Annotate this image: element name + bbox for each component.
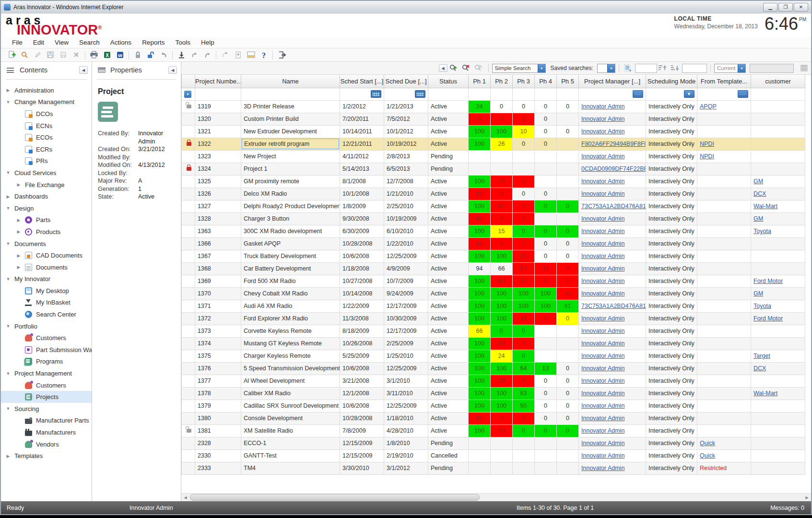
table-row[interactable]: 1372Ford Explorer XM Radio11/3/200810/30… [182, 312, 805, 325]
sidebar-collapse-button[interactable]: ◀ [79, 66, 88, 74]
sidebar-item-documents[interactable]: ▶Documents [1, 261, 92, 273]
chevron-right-icon[interactable]: ▶ [6, 88, 11, 93]
chevron-right-icon[interactable]: ▶ [6, 454, 11, 459]
sort-ascending-icon[interactable] [657, 63, 669, 73]
project-manager-link[interactable]: Innovator Admin [581, 253, 624, 259]
chevron-down-icon[interactable]: ▼ [6, 406, 11, 411]
table-row[interactable]: 1322Extruder retrofit program12/21/20111… [182, 138, 805, 150]
sidebar-item-ecos[interactable]: ECOs [1, 131, 92, 143]
delete-icon[interactable] [71, 50, 82, 60]
project-manager-link[interactable]: Innovator Admin [581, 390, 624, 397]
customer-link[interactable]: Wal-Mart [753, 390, 777, 397]
customer-link[interactable]: GM [753, 215, 763, 222]
minimize-button[interactable]: ▁ [763, 3, 777, 12]
table-row[interactable]: 1368Car Battery Development1/18/20084/9/… [182, 262, 805, 275]
sidebar-item-prs[interactable]: PRs [1, 155, 92, 167]
sidebar-item-ecns[interactable]: ECNs [1, 120, 92, 132]
restore-button[interactable]: ❐ [778, 3, 793, 12]
table-row[interactable]: 1327Delphi Roady2 Product Development1/8… [182, 200, 805, 212]
project-manager-link[interactable]: Innovator Admin [581, 240, 624, 247]
chevron-down-icon[interactable]: ▼ [6, 371, 11, 376]
project-manager-link[interactable]: Innovator Admin [581, 340, 624, 347]
save-icon[interactable] [45, 50, 56, 60]
dropdown-button[interactable]: ▼ [684, 90, 694, 98]
menu-search[interactable]: Search [74, 38, 105, 47]
sidebar-item-administration[interactable]: ▶Administration [1, 84, 92, 96]
sidebar-item-customers[interactable]: Customers [1, 332, 92, 344]
sidebar-item-templates[interactable]: ▶Templates [1, 450, 92, 462]
from-template-link[interactable]: Quick [700, 452, 715, 459]
chevron-right-icon[interactable]: ▶ [16, 253, 21, 258]
ellipsis-button[interactable]: ··· [633, 90, 643, 98]
table-row[interactable]: 1381XM Satellite Radio7/8/20094/28/2010A… [182, 424, 805, 437]
table-row[interactable]: 1375Charger Keyless Remote5/25/20091/25/… [182, 350, 805, 362]
scroll-left-icon[interactable]: ◀ [181, 494, 189, 501]
sidebar-item-cloud-services[interactable]: ▼Cloud Services [1, 167, 92, 179]
table-row[interactable]: 1379Cadillac SRX Sunroof Development10/6… [182, 400, 805, 412]
menu-view[interactable]: View [49, 38, 74, 47]
sidebar-item-file-exchange[interactable]: ▶File Exchange [1, 179, 92, 191]
table-row[interactable]: 1320Custom Printer Build7/20/20117/5/201… [182, 113, 805, 125]
project-manager-link[interactable]: Innovator Admin [581, 153, 624, 160]
project-manager-link[interactable]: Innovator Admin [581, 315, 624, 322]
export-word-icon[interactable]: W [114, 50, 126, 60]
project-manager-link[interactable]: 73C753A1A2BD476A8185... [581, 303, 646, 309]
menu-help[interactable]: Help [196, 38, 220, 47]
chevron-down-icon[interactable]: ▼ [6, 206, 11, 211]
column-header-ph-5[interactable]: Ph 5 [557, 75, 579, 88]
table-row[interactable]: 1374Mustang GT Keyless Remote10/26/20082… [182, 337, 805, 350]
print-icon[interactable] [88, 50, 100, 60]
table-row[interactable]: 1380Console Development10/28/20081/18/20… [182, 412, 805, 424]
menu-tools[interactable]: Tools [170, 38, 196, 47]
check-in-icon[interactable] [176, 50, 187, 60]
column-header-name[interactable]: Name [241, 75, 340, 88]
column-header-ph-2[interactable]: Ph 2 [491, 75, 513, 88]
sidebar-item-sourcing[interactable]: ▼Sourcing [1, 403, 92, 415]
help-icon[interactable]: ? [258, 50, 270, 60]
chevron-down-icon[interactable]: ▼ [6, 100, 11, 105]
sidebar-item-manufacturers[interactable]: Manufacturers [1, 426, 92, 438]
sort-descending-icon[interactable] [670, 63, 681, 73]
sidebar-item-documents[interactable]: ▼Documents [1, 238, 92, 250]
column-header-ph-4[interactable]: Ph 4 [535, 75, 557, 88]
chevron-right-icon[interactable]: ▶ [16, 229, 21, 234]
sidebar-item-dcos[interactable]: DCOs [1, 108, 92, 120]
menu-file[interactable]: File [7, 38, 28, 47]
sidebar-item-design[interactable]: ▼Design [1, 202, 92, 214]
menu-reports[interactable]: Reports [137, 38, 170, 47]
chevron-right-icon[interactable]: ▶ [16, 182, 21, 187]
scrollbar-thumb[interactable] [190, 494, 480, 501]
table-row[interactable]: 2330GANTT-Test12/15/20092/19/2010Cancell… [182, 449, 805, 462]
refresh-icon[interactable] [219, 50, 231, 60]
customer-link[interactable]: Ford Motor [753, 278, 783, 284]
focused-cell[interactable]: Extruder retrofit program [242, 139, 339, 149]
table-row[interactable]: 1370Chevy Cobalt XM Radio10/14/20089/24/… [182, 287, 805, 300]
column-header-ph-3[interactable]: Ph 3 [513, 75, 535, 88]
project-manager-link[interactable]: Innovator Admin [581, 427, 624, 434]
close-button[interactable]: ✕ [794, 3, 808, 12]
table-row[interactable]: 1328Charger 3 Button9/30/200810/19/2009A… [182, 212, 805, 225]
chevron-right-icon[interactable]: ▶ [6, 194, 11, 199]
project-manager-link[interactable]: 0CDAD0909DF74F22BFC2... [581, 165, 646, 172]
sidebar-item-programs[interactable]: Programs [1, 356, 92, 368]
project-manager-link[interactable]: Innovator Admin [581, 402, 624, 409]
customer-link[interactable]: GM [753, 178, 763, 185]
search-icon[interactable] [19, 50, 30, 60]
column-header-ph-1[interactable]: Ph 1 [469, 75, 491, 88]
layout-icon[interactable] [245, 50, 257, 60]
column-header-project-numbe-[interactable]: Project Numbe... [195, 75, 241, 88]
table-row[interactable]: 1378Caliber XM Radio12/1/20083/11/2010Ac… [182, 387, 805, 400]
project-manager-link[interactable]: Innovator Admin [581, 128, 624, 135]
project-manager-link[interactable]: Innovator Admin [581, 365, 624, 372]
chevron-right-icon[interactable]: ▶ [16, 265, 21, 270]
column-header-sched-due-[interactable]: Sched Due [...] [384, 75, 428, 88]
project-manager-link[interactable]: Innovator Admin [581, 328, 624, 334]
add-to-list-icon[interactable] [623, 63, 634, 73]
chevron-down-icon[interactable]: ▼ [6, 277, 11, 282]
project-manager-link[interactable]: Innovator Admin [581, 190, 624, 197]
project-manager-link[interactable]: Innovator Admin [581, 228, 624, 235]
unlock-icon[interactable] [145, 50, 156, 60]
grid-view-icon[interactable] [799, 63, 810, 73]
sidebar-item-change-management[interactable]: ▼Change Management [1, 96, 92, 108]
promote-icon[interactable] [232, 50, 244, 60]
